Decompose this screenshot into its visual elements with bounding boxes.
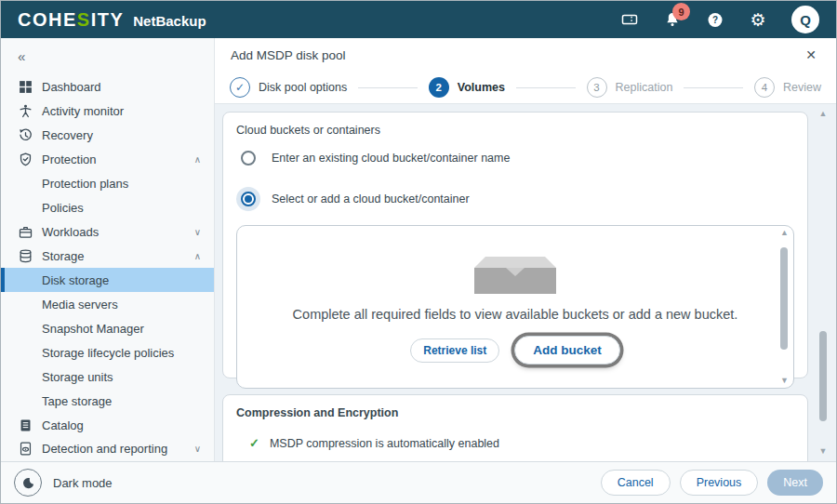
add-bucket-button[interactable]: Add bucket: [514, 336, 620, 365]
dialog-title: Add MSDP disk pool: [231, 48, 346, 62]
wizard-panel: Add MSDP disk pool ✕ ✓ Disk pool options…: [215, 38, 836, 461]
radio-existing-bucket[interactable]: [236, 146, 260, 170]
sidebar-item-dashboard[interactable]: Dashboard: [1, 75, 214, 99]
sidebar-item-workloads[interactable]: Workloads ∨: [1, 220, 214, 245]
sidebar-item-storage-units[interactable]: Storage units: [1, 365, 214, 389]
help-icon[interactable]: ?: [706, 10, 724, 29]
compression-status-row: ✓ MSDP compression is automatically enab…: [236, 436, 794, 450]
inner-scrollbar[interactable]: ▲ ▼: [778, 229, 790, 385]
step-check-icon: ✓: [230, 77, 250, 98]
retrieve-list-button[interactable]: Retrieve list: [410, 338, 499, 363]
empty-bucket-icon: [474, 249, 556, 296]
bucket-list-panel: Complete all required fields to view ava…: [236, 225, 794, 389]
wizard-content: Cloud buckets or containers Enter an exi…: [215, 104, 836, 461]
scroll-up-icon[interactable]: ▲: [819, 110, 828, 118]
protection-shield-icon: [16, 152, 34, 167]
inner-scrollbar-thumb[interactable]: [780, 247, 788, 350]
top-bar: COHESITY NetBackup 9 ? ⚙ Q: [1, 1, 836, 38]
dark-mode-toggle[interactable]: Dark mode: [14, 469, 113, 497]
moon-icon: [14, 469, 42, 497]
sidebar-item-protection-plans[interactable]: Protection plans: [1, 172, 214, 196]
detection-reporting-icon: [16, 441, 34, 457]
app-window: COHESITY NetBackup 9 ? ⚙ Q «: [0, 0, 837, 504]
dashboard-icon: [16, 79, 34, 95]
workloads-icon: [16, 224, 34, 240]
close-icon[interactable]: ✕: [802, 46, 820, 64]
cloud-buckets-title: Cloud buckets or containers: [236, 124, 794, 137]
dialog-header: Add MSDP disk pool ✕: [215, 38, 836, 72]
sidebar-item-storage[interactable]: Storage ∧: [1, 244, 214, 268]
sidebar-item-media-servers[interactable]: Media servers: [1, 292, 214, 316]
step-connector: [516, 87, 576, 88]
sidebar-collapse-button[interactable]: «: [1, 38, 214, 75]
sidebar-item-disk-storage[interactable]: Disk storage: [1, 268, 214, 292]
next-button[interactable]: Next: [767, 470, 823, 496]
empty-state-message: Complete all required fields to view ava…: [293, 307, 738, 322]
sidebar-item-catalog[interactable]: Catalog: [1, 413, 214, 437]
brand-logo: COHESITY NetBackup: [18, 9, 206, 31]
radio-row-select-bucket: Select or add a cloud bucket/container: [236, 187, 794, 211]
ticket-icon[interactable]: [620, 10, 639, 29]
recovery-icon: [16, 127, 34, 143]
storage-icon: [16, 248, 34, 264]
cloud-buckets-card: Cloud buckets or containers Enter an exi…: [222, 112, 808, 378]
product-name: NetBackup: [133, 13, 206, 29]
radio-select-bucket[interactable]: [236, 187, 260, 211]
catalog-icon: [16, 418, 34, 433]
sidebar-item-recovery[interactable]: Recovery: [1, 124, 214, 148]
check-icon: ✓: [249, 436, 259, 450]
footer-bar: Dark mode Cancel Previous Next: [1, 461, 836, 503]
step-connector: [684, 87, 743, 88]
chevron-up-icon[interactable]: ∧: [194, 251, 201, 261]
sidebar-item-policies[interactable]: Policies: [1, 196, 214, 220]
radio-row-existing-bucket: Enter an existing cloud bucket/container…: [236, 146, 794, 170]
svg-text:?: ?: [712, 15, 718, 25]
chevron-down-icon[interactable]: ∨: [194, 227, 201, 237]
previous-button[interactable]: Previous: [680, 470, 759, 496]
compression-encryption-card: Compression and Encryption ✓ MSDP compre…: [222, 394, 808, 461]
notifications-bell-icon[interactable]: 9: [663, 10, 682, 29]
step-volumes[interactable]: 2 Volumes: [429, 77, 505, 98]
sidebar-item-snapshot-manager[interactable]: Snapshot Manager: [1, 316, 214, 340]
wizard-stepper: ✓ Disk pool options 2 Volumes 3 Replicat…: [215, 72, 836, 104]
cohesity-logo: COHESITY: [18, 9, 124, 31]
cancel-button[interactable]: Cancel: [601, 470, 671, 496]
step-replication[interactable]: 3 Replication: [587, 77, 673, 98]
scroll-up-icon[interactable]: ▲: [780, 229, 789, 237]
sidebar-item-activity-monitor[interactable]: Activity monitor: [1, 99, 214, 124]
activity-monitor-icon: [16, 103, 34, 119]
compression-title: Compression and Encryption: [236, 406, 794, 419]
chevron-up-icon[interactable]: ∧: [194, 154, 201, 165]
sidebar-item-tape-storage[interactable]: Tape storage: [1, 389, 214, 413]
sidebar-item-detection-and-reporting[interactable]: Detection and reporting ∨: [1, 437, 214, 461]
sidebar-nav: « Dashboard Activity monitor Recovery Pr…: [1, 38, 215, 461]
user-avatar[interactable]: Q: [791, 6, 819, 33]
sidebar-item-storage-lifecycle-policies[interactable]: Storage lifecycle policies: [1, 340, 214, 365]
sidebar-item-protection[interactable]: Protection ∧: [1, 148, 214, 172]
scroll-down-icon[interactable]: ▼: [819, 447, 828, 456]
content-scrollbar[interactable]: ▲ ▼: [817, 110, 830, 456]
scroll-down-icon[interactable]: ▼: [780, 377, 789, 385]
chevron-down-icon[interactable]: ∨: [194, 444, 201, 454]
step-review[interactable]: 4 Review: [754, 77, 821, 98]
collapse-icon: «: [18, 48, 25, 64]
settings-gear-icon[interactable]: ⚙: [749, 10, 767, 29]
notification-badge: 9: [672, 3, 690, 20]
step-disk-pool-options[interactable]: ✓ Disk pool options: [230, 77, 347, 98]
content-scrollbar-thumb[interactable]: [819, 331, 827, 421]
step-connector: [358, 87, 418, 88]
